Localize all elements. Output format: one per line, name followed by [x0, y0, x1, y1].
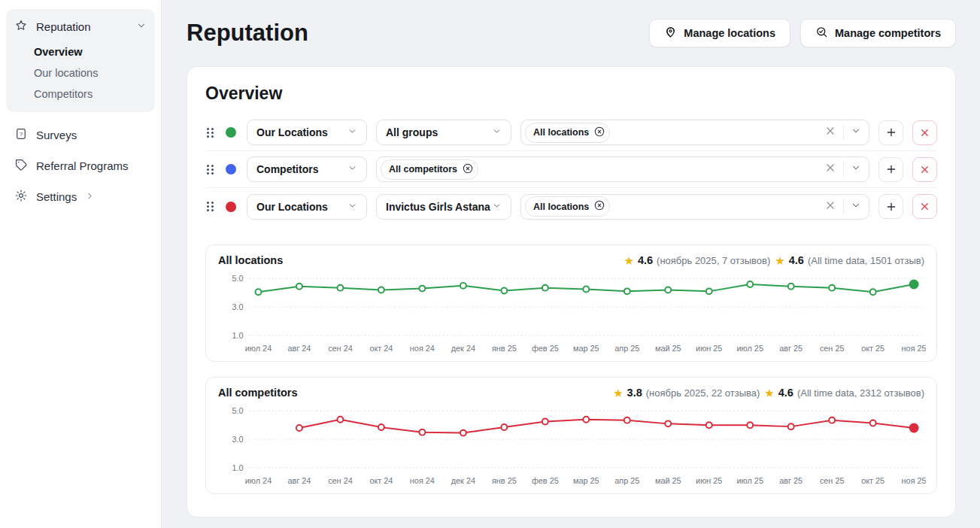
- svg-text:фев 25: фев 25: [532, 476, 559, 485]
- star-icon: ★: [623, 255, 633, 266]
- sidebar-item-label: Reputation: [36, 20, 128, 33]
- main-content: Reputation Manage locations Manage compe…: [162, 0, 980, 517]
- svg-text:авг 24: авг 24: [287, 344, 311, 353]
- chevron-down-icon[interactable]: [851, 126, 861, 139]
- map-pin-icon: [664, 26, 677, 41]
- chart-title: All competitors: [218, 387, 298, 399]
- source-type-select[interactable]: Our Locations: [247, 120, 367, 145]
- rating-line-chart: 5.03.01.0июл 24авг 24сен 24окт 24ноя 24д…: [217, 400, 926, 489]
- sidebar: Reputation Overview Our locations Compet…: [0, 0, 162, 528]
- sidebar-item-surveys[interactable]: ? Surveys: [6, 120, 155, 150]
- sidebar-item-overview[interactable]: Overview: [6, 41, 155, 62]
- group-select[interactable]: Invictus Girls Astana: [376, 194, 511, 220]
- rating-badge-month: ★ 4.6 (ноябрь 2025, 7 отзывов): [623, 254, 770, 266]
- chip-remove-icon[interactable]: [593, 126, 605, 140]
- chevron-down-icon: [347, 201, 357, 213]
- selected-chip[interactable]: All locations: [525, 196, 610, 217]
- source-type-select[interactable]: Our Locations: [247, 194, 367, 220]
- locations-multiselect[interactable]: All locations: [520, 120, 869, 145]
- source-type-select[interactable]: Competitors: [247, 156, 367, 182]
- rating-badge-alltime: ★ 4.6 (All time data, 2312 отзывов): [764, 387, 924, 399]
- overview-card: Overview Our Locations All groups All lo…: [187, 66, 956, 517]
- svg-text:авг 25: авг 25: [779, 476, 803, 485]
- svg-text:ноя 25: ноя 25: [902, 344, 926, 353]
- clear-selection-icon[interactable]: [824, 125, 836, 140]
- filter-row-our-locations: Our Locations All groups All locations: [205, 114, 937, 151]
- rating-badge-alltime: ★ 4.6 (All time data, 1501 отзыв): [775, 254, 924, 266]
- svg-text:сен 25: сен 25: [820, 476, 845, 485]
- svg-text:авг 24: авг 24: [287, 476, 311, 485]
- sidebar-item-reputation[interactable]: Reputation: [6, 12, 155, 41]
- locations-multiselect[interactable]: All locations: [520, 194, 869, 220]
- svg-text:янв 25: янв 25: [492, 344, 517, 353]
- remove-series-button[interactable]: [912, 194, 937, 219]
- selected-chip[interactable]: All competitors: [381, 159, 478, 180]
- series-color-dot-1: [226, 164, 236, 174]
- svg-text:дек 24: дек 24: [451, 344, 475, 353]
- sidebar-item-referral-programs[interactable]: Referral Programs: [6, 150, 155, 181]
- svg-text:июн 25: июн 25: [696, 344, 722, 353]
- svg-text:июл 24: июл 24: [245, 344, 272, 353]
- gear-icon: [14, 189, 28, 205]
- filter-row-competitors: Competitors All competitors: [205, 151, 937, 188]
- svg-text:3.0: 3.0: [232, 435, 244, 444]
- svg-text:сен 24: сен 24: [328, 476, 353, 485]
- chart-card-all-competitors: All competitors ★ 3.8 (ноябрь 2025, 22 о…: [205, 377, 937, 494]
- chevron-down-icon: [492, 126, 502, 138]
- svg-text:ноя 25: ноя 25: [902, 476, 926, 485]
- svg-text:фев 25: фев 25: [532, 344, 559, 353]
- star-icon: ★: [764, 387, 774, 399]
- svg-text:апр 25: апр 25: [614, 344, 639, 353]
- chip-remove-icon[interactable]: [462, 162, 474, 177]
- svg-text:?: ?: [20, 131, 23, 138]
- add-series-button[interactable]: [878, 157, 903, 182]
- svg-text:1.0: 1.0: [232, 331, 244, 340]
- svg-text:июн 25: июн 25: [696, 476, 722, 485]
- svg-text:ноя 24: ноя 24: [410, 344, 435, 353]
- drag-handle-icon[interactable]: [205, 200, 215, 213]
- chip-remove-icon[interactable]: [593, 199, 605, 214]
- survey-doc-icon: ?: [14, 127, 28, 143]
- chevron-down-icon[interactable]: [851, 200, 861, 214]
- rating-line-chart: 5.03.01.0июл 24авг 24сен 24окт 24ноя 24д…: [217, 268, 926, 357]
- svg-text:сен 24: сен 24: [328, 344, 353, 353]
- chevron-down-icon: [347, 163, 357, 175]
- drag-handle-icon[interactable]: [205, 126, 215, 139]
- add-series-button[interactable]: [878, 194, 903, 219]
- sidebar-item-settings[interactable]: Settings: [6, 181, 155, 212]
- chevron-down-icon[interactable]: [851, 162, 861, 176]
- chart-title: All locations: [218, 254, 283, 266]
- remove-series-button[interactable]: [912, 120, 937, 145]
- selected-chip[interactable]: All locations: [525, 123, 610, 143]
- remove-series-button[interactable]: [912, 157, 937, 182]
- svg-text:дек 24: дек 24: [451, 476, 475, 485]
- sidebar-item-label: Settings: [36, 190, 77, 203]
- group-select[interactable]: All groups: [376, 120, 511, 145]
- svg-text:июл 24: июл 24: [245, 476, 272, 485]
- chevron-down-icon: [492, 201, 502, 213]
- svg-text:5.0: 5.0: [232, 406, 244, 415]
- svg-text:янв 25: янв 25: [492, 476, 517, 485]
- clear-selection-icon[interactable]: [824, 162, 836, 177]
- sidebar-item-competitors[interactable]: Competitors: [6, 83, 155, 105]
- manage-locations-button[interactable]: Manage locations: [649, 19, 790, 47]
- svg-text:июл 25: июл 25: [736, 344, 763, 353]
- svg-text:окт 24: окт 24: [369, 476, 393, 485]
- svg-text:мар 25: мар 25: [573, 476, 599, 485]
- chevron-down-icon: [136, 20, 147, 33]
- svg-text:апр 25: апр 25: [614, 476, 639, 485]
- series-color-dot-2: [226, 202, 236, 212]
- manage-competitors-button[interactable]: Manage competitors: [800, 19, 956, 47]
- sidebar-item-our-locations[interactable]: Our locations: [6, 62, 155, 83]
- add-series-button[interactable]: [878, 120, 903, 145]
- clear-selection-icon[interactable]: [824, 199, 836, 214]
- svg-text:5.0: 5.0: [232, 274, 244, 283]
- competitors-multiselect[interactable]: All competitors: [376, 156, 869, 182]
- svg-text:ноя 24: ноя 24: [410, 476, 435, 485]
- drag-handle-icon[interactable]: [205, 163, 215, 176]
- sidebar-group-reputation: Reputation Overview Our locations Compet…: [6, 9, 155, 112]
- overview-title: Overview: [205, 83, 937, 104]
- chevron-right-icon: [85, 190, 95, 203]
- svg-text:3.0: 3.0: [232, 302, 244, 311]
- svg-text:сен 25: сен 25: [820, 344, 845, 353]
